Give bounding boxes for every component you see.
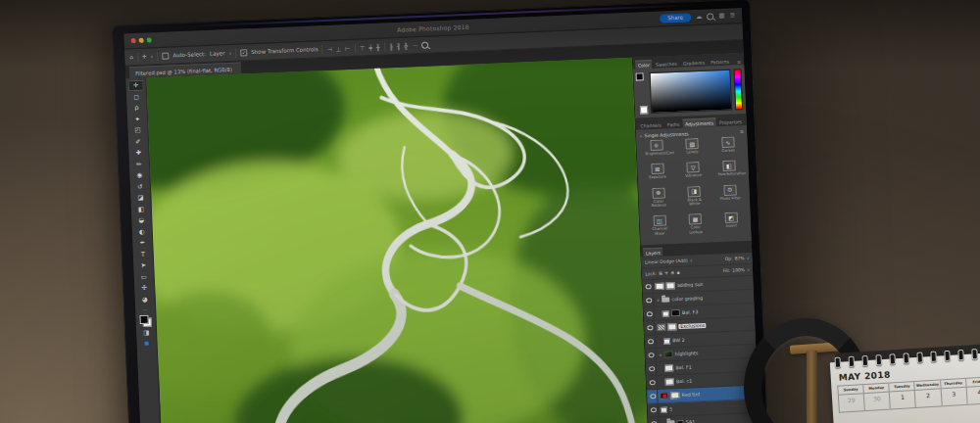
adjustment-hue-saturation[interactable]: ◧Hue/Saturation: [711, 160, 747, 183]
visibility-eye-icon[interactable]: [650, 417, 660, 423]
tool-eyedropper[interactable]: ✐: [130, 136, 146, 147]
background-color-swatch[interactable]: [640, 106, 648, 114]
adjustment-layer-icon[interactable]: [662, 310, 669, 316]
tool-crop[interactable]: ◰: [129, 125, 145, 136]
show-transform-checkbox[interactable]: ✓: [240, 49, 247, 56]
tool-quick-select[interactable]: ✦: [129, 114, 145, 124]
align-left-icons[interactable]: ⊣ ⊥ ⊢: [327, 44, 352, 52]
move-tool-icon[interactable]: ✛: [142, 54, 147, 60]
share-button[interactable]: Share: [660, 13, 691, 24]
layer-mask-thumbnail[interactable]: [666, 282, 675, 289]
window-controls[interactable]: [131, 37, 152, 43]
adjustment-color-balance[interactable]: ⊚Color Balance: [641, 187, 677, 214]
brightness-contrast-icon[interactable]: ☼: [650, 140, 662, 152]
layer-name[interactable]: color grading: [671, 296, 703, 302]
adjustment-black-white[interactable]: ◨Black & White: [676, 185, 712, 212]
foreground-background-swatches[interactable]: [139, 315, 151, 327]
foreground-color-swatch[interactable]: [636, 72, 644, 80]
visibility-eye-icon[interactable]: [645, 280, 655, 293]
adjustment-channel-mixer[interactable]: ◫Channel Mixer: [642, 214, 678, 242]
cloud-icon[interactable]: ☁: [696, 14, 703, 21]
layer-name[interactable]: SA1: [686, 419, 696, 423]
hue-slider[interactable]: [733, 69, 743, 110]
layer-name[interactable]: Bal. c1: [676, 379, 693, 385]
tool-move[interactable]: ✛: [127, 80, 143, 91]
tool-clone-stamp[interactable]: ◉: [131, 170, 147, 181]
layer-name[interactable]: S: [669, 406, 672, 411]
adjustment-exposure[interactable]: ⊞Exposure: [640, 163, 675, 186]
auto-select-checkbox[interactable]: [162, 52, 169, 59]
expand-caret-icon[interactable]: ∨: [656, 298, 660, 303]
distribute-icons[interactable]: ╟ ╢ ╬: [389, 42, 409, 50]
adjustment-levels[interactable]: ▤Levels: [674, 138, 710, 162]
tool-blur[interactable]: ◒: [133, 215, 149, 226]
adjustment-vibrance[interactable]: ▽Vibrance: [675, 162, 710, 185]
adjustment-photo-filter[interactable]: ⊙Photo Filter: [712, 184, 749, 212]
visibility-eye-icon[interactable]: [646, 307, 656, 320]
quick-mask-icon[interactable]: ◨: [138, 327, 154, 338]
vibrance-icon[interactable]: ▽: [686, 162, 699, 173]
invert-icon[interactable]: ◩: [724, 212, 737, 224]
adjustment-color-lookup[interactable]: ▦Color Lookup: [677, 213, 713, 241]
layer-thumbnail[interactable]: [664, 351, 673, 357]
layer-name[interactable]: BW 2: [672, 338, 685, 344]
levels-icon[interactable]: ▤: [685, 138, 698, 150]
screen-mode-icon[interactable]: [145, 341, 149, 345]
layer-mask-thumbnail[interactable]: [664, 364, 673, 371]
adjustment-curves[interactable]: ∿Curves: [710, 136, 746, 160]
home-icon[interactable]: ⌂: [129, 54, 133, 60]
photo-filter-icon[interactable]: ⊙: [723, 184, 736, 196]
canvas-area[interactable]: [146, 58, 653, 423]
tool-hand[interactable]: ✣: [136, 283, 152, 294]
channel-mixer-icon[interactable]: ◫: [653, 215, 665, 227]
adjustment-brightness-contrast[interactable]: ☼Brightness/Contrast: [639, 139, 674, 163]
tool-dodge[interactable]: ◐: [134, 226, 150, 237]
panel-menu-icon[interactable]: ≣: [730, 13, 736, 20]
blend-mode-select[interactable]: Linear Dodge (Add): [645, 258, 688, 265]
visibility-eye-icon[interactable]: [645, 294, 655, 306]
lock-icons[interactable]: ⊞ ✛ ⊕ ▪: [659, 270, 680, 276]
tool-type[interactable]: T: [135, 249, 151, 259]
auto-select-dropdown-icon[interactable]: ∨: [228, 50, 231, 55]
expand-caret-icon[interactable]: ∨: [659, 352, 662, 357]
saturation-brightness-field[interactable]: [650, 70, 732, 114]
opacity-value[interactable]: 87%: [734, 256, 744, 260]
layer-thumbnail[interactable]: [660, 393, 668, 400]
hue-saturation-icon[interactable]: ◧: [722, 161, 735, 172]
search-icon[interactable]: [707, 13, 713, 20]
tool-brush[interactable]: ✏: [131, 159, 147, 169]
layer-thumbnail[interactable]: [657, 324, 665, 331]
layer-name[interactable]: highlights: [675, 351, 699, 356]
edit-toolbar-icon[interactable]: ⋯: [143, 306, 148, 312]
fill-value[interactable]: 100%: [732, 267, 745, 273]
options-search-icon[interactable]: [421, 41, 428, 48]
tool-healing-brush[interactable]: ✚: [130, 148, 146, 159]
color-lookup-icon[interactable]: ▦: [689, 213, 702, 225]
visibility-eye-icon[interactable]: [649, 376, 659, 389]
more-options-icon[interactable]: ⋯: [413, 42, 418, 48]
layer-thumbnail[interactable]: [661, 406, 667, 412]
visibility-eye-icon[interactable]: [648, 349, 658, 361]
layer-name[interactable]: Bal. F1: [675, 365, 692, 371]
blend-dropdown-icon[interactable]: ∨: [689, 258, 692, 262]
align-center-icons[interactable]: ⊤ ╪ ╫: [360, 43, 381, 51]
tool-eraser[interactable]: ◪: [132, 193, 148, 204]
close-window-icon[interactable]: [131, 38, 136, 43]
zoom-window-icon[interactable]: [147, 37, 152, 42]
tool-lasso[interactable]: ρ: [128, 103, 144, 114]
visibility-eye-icon[interactable]: [650, 403, 660, 416]
layer-mask-thumbnail[interactable]: [671, 309, 680, 316]
tool-zoom[interactable]: ◕: [137, 294, 153, 305]
layer-mask-thumbnail[interactable]: [667, 323, 676, 330]
layer-mask-thumbnail[interactable]: [670, 392, 679, 399]
tool-marquee[interactable]: ◻: [128, 91, 144, 102]
exposure-icon[interactable]: ⊞: [651, 164, 663, 175]
layer-thumbnail[interactable]: [663, 338, 670, 344]
layer-name-editing[interactable]: Exclusions: [679, 323, 707, 329]
layer-name[interactable]: Red tint: [681, 392, 700, 398]
adjustments-menu-icon[interactable]: ≡: [740, 128, 744, 134]
color-swatches[interactable]: [636, 72, 649, 114]
layer-mask-thumbnail[interactable]: [677, 419, 684, 423]
auto-select-value[interactable]: Layer: [210, 50, 225, 57]
tool-path-selection[interactable]: ➤: [135, 260, 151, 271]
